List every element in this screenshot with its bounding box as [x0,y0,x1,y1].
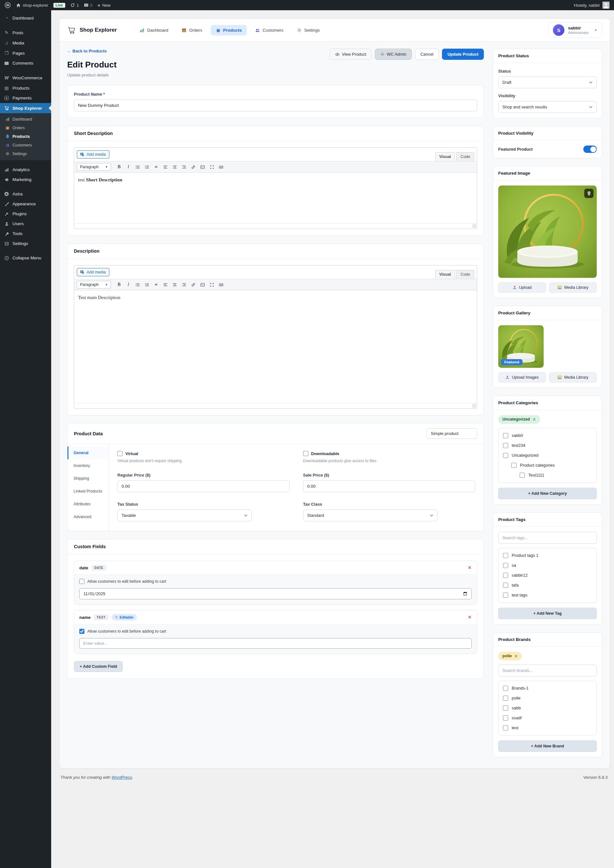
status-select[interactable]: Draft [498,76,597,88]
sidebar-item-comments[interactable]: Comments [0,58,51,68]
brand-row[interactable]: test [503,725,592,730]
product-type-select[interactable]: Simple product [426,428,477,439]
link-icon[interactable] [189,163,197,171]
sidebar-item-products[interactable]: ▤ Products [0,83,51,93]
numbered-list-icon[interactable] [143,281,151,288]
add-new-tag-button[interactable]: + Add New Tag [498,608,597,619]
visual-tab[interactable]: Visual [435,270,455,279]
new-content-link[interactable]: + New [98,3,111,8]
downloadable-checkbox-row[interactable]: Downloadable [303,451,476,456]
category-checkbox[interactable] [519,473,525,478]
link-icon[interactable] [189,281,197,288]
tag-row[interactable]: test tags [503,593,592,598]
visual-tab[interactable]: Visual [435,152,455,161]
remove-field-button[interactable]: ✕ [468,614,472,620]
tab-orders[interactable]: Orders [177,25,207,36]
category-row[interactable]: Uncategorized [503,453,592,458]
brand-row[interactable]: sabb [503,705,592,711]
sale-price-input[interactable] [303,480,476,492]
featured-product-toggle[interactable] [583,146,597,153]
tab-advanced[interactable]: Advanced [67,510,109,523]
brand-row[interactable]: Brands-1 [503,686,592,691]
submenu-item-customers[interactable]: Customers [0,141,51,149]
tab-settings[interactable]: Settings [291,25,325,36]
cancel-button[interactable]: Cancel [415,49,439,60]
sidebar-item-posts[interactable]: ✎ Posts [0,28,51,38]
tab-inventory[interactable]: Inventory [67,459,109,472]
tag-checkbox[interactable] [503,583,508,588]
numbered-list-icon[interactable] [143,163,151,171]
category-checkbox[interactable] [503,453,508,458]
paragraph-select[interactable]: Paragraph▼ [77,163,111,171]
add-custom-field-button[interactable]: + Add Custom Field [74,661,123,672]
allow-edit-checkbox[interactable] [79,579,84,584]
category-checkbox[interactable] [511,463,516,468]
sidebar-item-payments[interactable]: $ Payments [0,93,51,103]
sidebar-item-users[interactable]: Users [0,219,51,229]
italic-button[interactable]: I [124,281,132,288]
resize-handle[interactable] [472,404,476,408]
sidebar-item-analytics[interactable]: Analytics [0,165,51,175]
tag-row[interactable]: Product tags 1 [503,553,592,558]
submenu-item-settings[interactable]: Settings [0,149,51,158]
live-badge[interactable]: Live [53,3,65,8]
tag-row[interactable]: sabbir12 [503,573,592,578]
sidebar-item-astra[interactable]: Astra [0,189,51,199]
align-right-icon[interactable] [180,163,188,171]
tab-customers[interactable]: Customers [250,25,288,36]
my-account-link[interactable]: Howdy, sabbir [574,2,609,9]
tab-dashboard[interactable]: Dashboard [135,25,173,36]
wordpress-logo-icon[interactable]: W [5,2,11,8]
allow-edit-row[interactable]: Allow customers to edit before adding to… [79,629,472,634]
sidebar-item-marketing[interactable]: Marketing [0,175,51,184]
tab-attributes[interactable]: Attributes [67,498,109,510]
tab-shipping[interactable]: Shipping [67,472,109,485]
comments-link[interactable]: 0 [84,3,92,8]
add-media-button[interactable]: Add media [77,268,109,276]
tag-checkbox[interactable] [503,573,508,578]
fullscreen-icon[interactable] [208,281,216,288]
code-tab[interactable]: Code [456,270,474,279]
bold-button[interactable]: B [115,281,123,288]
align-left-icon[interactable] [161,163,169,171]
brand-checkbox[interactable] [503,696,508,701]
submenu-item-products[interactable]: Products [0,132,51,141]
tag-checkbox[interactable] [503,593,508,598]
sidebar-item-woocommerce[interactable]: W WooCommerce [0,73,51,83]
sidebar-item-dashboard[interactable]: ◔ Dashboard [0,13,51,23]
virtual-checkbox-row[interactable]: Virtual [117,451,290,456]
sidebar-item-shop-explorer[interactable]: Shop Explorer [0,103,51,113]
add-media-button[interactable]: Add media [77,150,109,159]
category-checkbox[interactable] [503,433,508,438]
brand-checkbox[interactable] [503,705,508,711]
sidebar-item-media[interactable]: ♫ Media [0,38,51,48]
view-product-button[interactable]: View Product [330,49,372,60]
site-name-link[interactable]: shop-explorer [16,3,48,8]
category-row[interactable]: sabb0 [503,433,592,438]
align-right-icon[interactable] [180,281,188,288]
sidebar-item-settings[interactable]: Settings [0,239,51,248]
add-new-brand-button[interactable]: + Add New Brand [498,740,597,752]
tag-row[interactable]: tafa [503,583,592,588]
align-center-icon[interactable] [171,163,179,171]
align-left-icon[interactable] [161,281,169,288]
text-value-input[interactable] [79,638,472,649]
align-center-icon[interactable] [171,281,179,288]
collapse-menu-button[interactable]: Collapse Menu [0,253,51,263]
category-row[interactable]: Test1111 [503,473,592,478]
bold-button[interactable]: B [115,163,123,171]
tab-general[interactable]: General [67,446,109,459]
allow-edit-checkbox[interactable] [79,629,84,634]
tax-class-select[interactable]: Standard [303,510,437,521]
brand-checkbox[interactable] [503,686,508,691]
upload-button[interactable]: Upload [498,282,546,293]
sidebar-item-plugins[interactable]: Plugins [0,209,51,219]
blockquote-icon[interactable]: “ [152,163,160,171]
wordpress-link[interactable]: WordPress [112,775,132,780]
regular-price-input[interactable] [117,480,290,492]
downloadable-checkbox[interactable] [303,451,308,456]
submenu-item-dashboard[interactable]: Dashboard [0,115,51,124]
user-menu[interactable]: S sabbir Administrator ▼ [548,22,602,38]
category-row[interactable]: test234 [503,443,592,448]
paragraph-select[interactable]: Paragraph▼ [77,281,111,288]
